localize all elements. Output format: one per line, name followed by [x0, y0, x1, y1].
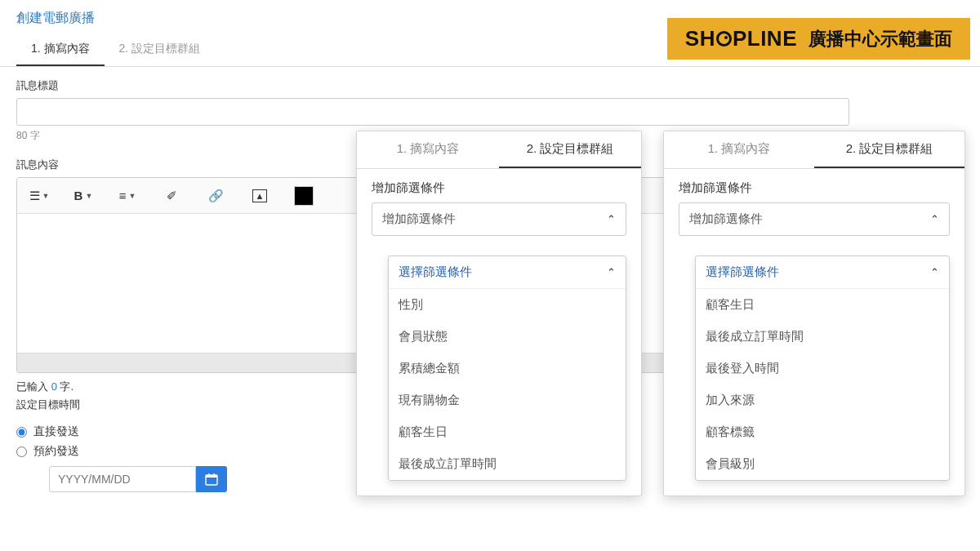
filter-option[interactable]: 現有購物金	[389, 384, 626, 416]
link-icon[interactable]: 🔗	[194, 178, 238, 214]
radio-schedule-input[interactable]	[16, 447, 27, 457]
panel1-add-filter-select[interactable]: 增加篩選條件 ⌃	[372, 202, 626, 236]
chevron-up-icon: ⌃	[930, 213, 939, 225]
shopline-logo: SH PLINE	[685, 26, 797, 51]
panel2-filter-dropdown-head[interactable]: 選擇篩選條件 ⌃	[696, 256, 949, 289]
panel2-tabs: 1. 摘寫內容 2. 設定目標群組	[664, 131, 964, 169]
filter-option[interactable]: 顧客標籤	[696, 416, 949, 448]
radio-send-now-label: 直接發送	[33, 424, 79, 439]
panel1-filter-dropdown: 選擇篩選條件 ⌃ 性別 會員狀態 累積總金額 現有購物金 顧客生日 最後成立訂單…	[388, 256, 626, 481]
panel2-sub-select-label: 選擇篩選條件	[706, 264, 779, 280]
tab-target-group[interactable]: 2. 設定目標群組	[105, 33, 216, 66]
filter-option[interactable]: 加入來源	[696, 384, 949, 416]
panel1-option-list: 性別 會員狀態 累積總金額 現有購物金 顧客生日 最後成立訂單時間	[389, 289, 626, 480]
svg-rect-2	[208, 473, 210, 476]
chevron-up-icon: ⌃	[930, 266, 939, 278]
panel1-sub-select-label: 選擇篩選條件	[399, 264, 472, 280]
radio-schedule-label: 預約發送	[33, 444, 79, 459]
banner-text: 廣播中心示範畫面	[808, 27, 952, 51]
panel2-add-filter-select[interactable]: 增加篩選條件 ⌃	[679, 202, 950, 236]
msg-title-input[interactable]	[16, 98, 849, 126]
panel1-tabs: 1. 摘寫內容 2. 設定目標群組	[357, 131, 641, 169]
panel2-filter-heading: 增加篩選條件	[664, 169, 964, 202]
logo-circle-icon	[716, 31, 732, 47]
panel1-add-filter-label: 增加篩選條件	[382, 211, 456, 227]
image-icon[interactable]: ▲	[238, 178, 282, 214]
logo-text-b: PLINE	[733, 26, 797, 51]
filter-option[interactable]: 顧客生日	[696, 289, 949, 321]
filter-panel-2: 1. 摘寫內容 2. 設定目標群組 增加篩選條件 增加篩選條件 ⌃ 選擇篩選條件…	[663, 131, 965, 496]
panel2-filter-dropdown: 選擇篩選條件 ⌃ 顧客生日 最後成立訂單時間 最後登入時間 加入來源 顧客標籤 …	[695, 256, 950, 481]
panel1-tab-compose[interactable]: 1. 摘寫內容	[357, 131, 499, 168]
filter-option[interactable]: 最後登入時間	[696, 353, 949, 384]
filter-option[interactable]: 會員級別	[696, 448, 949, 480]
calendar-icon[interactable]	[196, 466, 227, 492]
filter-option[interactable]: 累積總金額	[389, 353, 626, 384]
bold-icon[interactable]: B▼	[61, 178, 105, 214]
panel2-option-list: 顧客生日 最後成立訂單時間 最後登入時間 加入來源 顧客標籤 會員級別	[696, 289, 949, 480]
date-input[interactable]	[49, 466, 196, 492]
chevron-up-icon: ⌃	[607, 213, 616, 225]
panel1-filter-dropdown-head[interactable]: 選擇篩選條件 ⌃	[389, 256, 626, 289]
panel2-tab-compose[interactable]: 1. 摘寫內容	[664, 131, 814, 168]
demo-banner: SH PLINE 廣播中心示範畫面	[667, 18, 970, 60]
label-msg-title: 訊息標題	[0, 67, 980, 98]
filter-option[interactable]: 顧客生日	[389, 416, 626, 448]
filter-option[interactable]: 性別	[389, 289, 626, 321]
filter-option[interactable]: 最後成立訂單時間	[389, 448, 626, 480]
align-icon[interactable]: ≡▼	[105, 178, 149, 214]
eraser-icon[interactable]: ✐	[149, 178, 194, 214]
panel1-tab-target[interactable]: 2. 設定目標群組	[499, 131, 641, 168]
svg-rect-3	[214, 473, 216, 476]
panel2-tab-target[interactable]: 2. 設定目標群組	[814, 131, 964, 168]
filter-option[interactable]: 會員狀態	[389, 321, 626, 353]
chevron-up-icon: ⌃	[607, 266, 616, 278]
panel2-add-filter-label: 增加篩選條件	[689, 211, 763, 227]
filter-option[interactable]: 最後成立訂單時間	[696, 321, 949, 353]
list-icon[interactable]: ☰▼	[17, 178, 61, 214]
color-picker-icon[interactable]	[282, 178, 326, 214]
svg-rect-1	[206, 475, 217, 478]
filter-panel-1: 1. 摘寫內容 2. 設定目標群組 增加篩選條件 增加篩選條件 ⌃ 選擇篩選條件…	[356, 131, 642, 496]
radio-send-now-input[interactable]	[16, 427, 27, 438]
tab-compose-content[interactable]: 1. 摘寫內容	[16, 33, 105, 66]
panel1-filter-heading: 增加篩選條件	[357, 169, 641, 202]
logo-text-a: SH	[685, 26, 715, 51]
